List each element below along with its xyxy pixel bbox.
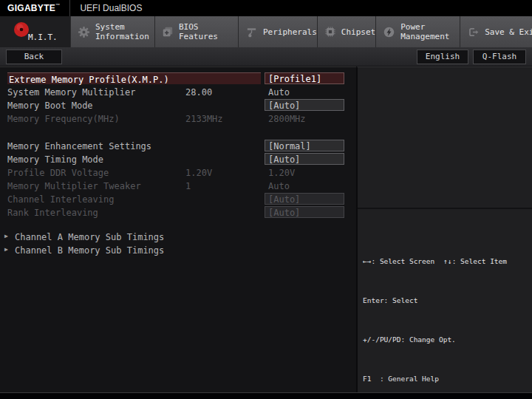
setting-row-rank-interleaving: Rank Interleaving [Auto] xyxy=(0,205,356,219)
item-help-area xyxy=(358,67,532,209)
bottom-strip xyxy=(0,392,532,399)
mit-red-dot-icon xyxy=(13,21,30,38)
bios-title: UEFI DualBIOS xyxy=(80,3,142,13)
tab-bar: M.I.T. System Infor xyxy=(0,16,532,47)
setting-label: Rank Interleaving xyxy=(7,208,98,218)
setting-value[interactable]: [Profile1] xyxy=(265,72,344,84)
tab-peripherals[interactable]: Peripherals xyxy=(239,16,318,47)
tab-chipset[interactable]: Chipset xyxy=(318,16,376,47)
tab-label: Save & Exit xyxy=(485,27,532,37)
setting-row-memory-boot-mode[interactable]: Memory Boot Mode [Auto] xyxy=(0,98,356,112)
submenu-arrow-icon: ▶ xyxy=(4,233,8,239)
submenu-label: Channel B Memory Sub Timings xyxy=(15,245,164,256)
setting-row-memory-enhancement[interactable]: Memory Enhancement Settings [Normal] xyxy=(0,139,356,152)
setting-value[interactable]: [Auto] xyxy=(265,153,344,165)
tab-bios-features[interactable]: BIOS Features xyxy=(155,16,239,47)
setting-label: System Memory Multiplier xyxy=(7,87,135,98)
setting-value[interactable]: [Auto] xyxy=(265,99,344,111)
toolbar: Back English Q-Flash xyxy=(0,47,532,66)
submenu-channel-a-sub-timings[interactable]: ▶ Channel A Memory Sub Timings xyxy=(0,230,356,243)
setting-label: Memory Boot Mode xyxy=(7,100,93,111)
chipset-icon xyxy=(324,26,336,38)
setting-row-channel-interleaving: Channel Interleaving [Auto] xyxy=(0,192,356,205)
submenu-label: Channel A Memory Sub Timings xyxy=(15,232,164,242)
tab-system-information[interactable]: System Information xyxy=(71,16,155,47)
tab-save-exit[interactable]: Save & Exit xyxy=(460,16,532,47)
setting-value[interactable]: [Normal] xyxy=(265,140,344,151)
key-legend-line: F1 : General Help xyxy=(363,372,532,386)
select-screen-keys: ←→: Select Screen xyxy=(363,257,434,265)
trademark-mark: ™ xyxy=(55,3,60,7)
titlebar-divider xyxy=(69,0,70,16)
setting-current-value: 28.00 xyxy=(185,87,212,98)
select-item-keys: ↑↓: Select Item xyxy=(443,257,507,265)
setting-label: Memory Enhancement Settings xyxy=(7,141,151,151)
tab-mit[interactable]: M.I.T. xyxy=(0,16,71,47)
tab-label: M.I.T. xyxy=(28,33,58,42)
setting-current-value: 1.20V xyxy=(185,168,212,178)
help-panel: ←→: Select Screen↑↓: Select Item Enter: … xyxy=(356,66,532,392)
power-bolt-icon xyxy=(383,26,395,38)
setting-row-xmp[interactable]: Extreme Memory Profile(X.M.P.) [Profile1… xyxy=(0,72,356,85)
gigabyte-logo: GIGABYTE™ xyxy=(7,3,60,13)
peripherals-mouse-icon xyxy=(245,26,258,38)
setting-row-memory-frequency: Memory Frequency(MHz) 2133MHz 2800MHz xyxy=(0,112,356,125)
tab-label: Peripherals xyxy=(263,27,317,37)
setting-row-memory-timing-mode[interactable]: Memory Timing Mode [Auto] xyxy=(0,152,356,166)
setting-value: [Auto] xyxy=(265,206,344,218)
key-legend-line: +/-/PU/PD: Change Opt. xyxy=(363,333,532,347)
tab-label: Power Management xyxy=(400,22,460,41)
language-button[interactable]: English xyxy=(417,50,468,64)
setting-value: [Auto] xyxy=(265,193,344,205)
setting-value[interactable]: Auto xyxy=(265,87,290,98)
setting-current-value: 1 xyxy=(185,181,191,191)
back-button[interactable]: Back xyxy=(6,50,62,64)
settings-panel: Extreme Memory Profile(X.M.P.) [Profile1… xyxy=(0,66,356,392)
setting-label: Profile DDR Voltage xyxy=(7,168,109,178)
tab-label: System Information xyxy=(95,22,154,41)
titlebar: GIGABYTE™ UEFI DualBIOS xyxy=(0,0,532,16)
setting-label: Memory Timing Mode xyxy=(7,154,103,165)
setting-value: 1.20V xyxy=(265,168,295,178)
row-spacer xyxy=(0,125,356,139)
setting-label: Channel Interleaving xyxy=(7,194,115,205)
setting-row-system-memory-multiplier[interactable]: System Memory Multiplier 28.00 Auto xyxy=(0,85,356,98)
key-legend: ←→: Select Screen↑↓: Select Item Enter: … xyxy=(358,211,532,399)
setting-label: Memory Frequency(MHz) xyxy=(7,114,120,124)
setting-row-memory-multiplier-tweaker: Memory Multiplier Tweaker 1 Auto xyxy=(0,179,356,192)
submenu-channel-b-sub-timings[interactable]: ▶ Channel B Memory Sub Timings xyxy=(0,243,356,256)
tab-label: BIOS Features xyxy=(179,22,238,41)
bios-screen: GIGABYTE™ UEFI DualBIOS M.I.T. xyxy=(0,0,532,399)
key-legend-line: Enter: Select xyxy=(363,294,532,307)
setting-value: Auto xyxy=(265,181,290,191)
setting-row-profile-ddr-voltage: Profile DDR Voltage 1.20V 1.20V xyxy=(0,166,356,179)
bios-chip-plus-icon xyxy=(162,26,174,38)
setting-label: Memory Multiplier Tweaker xyxy=(7,181,141,191)
key-legend-line: ←→: Select Screen↑↓: Select Item xyxy=(363,255,532,268)
gear-icon xyxy=(78,26,90,38)
setting-label: Extreme Memory Profile(X.M.P.) xyxy=(7,72,261,84)
submenu-arrow-icon: ▶ xyxy=(4,246,8,253)
tab-power-management[interactable]: Power Management xyxy=(376,16,460,47)
setting-current-value: 2133MHz xyxy=(185,114,223,124)
qflash-button[interactable]: Q-Flash xyxy=(473,50,526,64)
setting-value: 2800MHz xyxy=(265,114,306,124)
row-spacer xyxy=(0,219,356,230)
tab-label: Chipset xyxy=(341,27,375,37)
exit-arrow-icon xyxy=(467,26,480,38)
